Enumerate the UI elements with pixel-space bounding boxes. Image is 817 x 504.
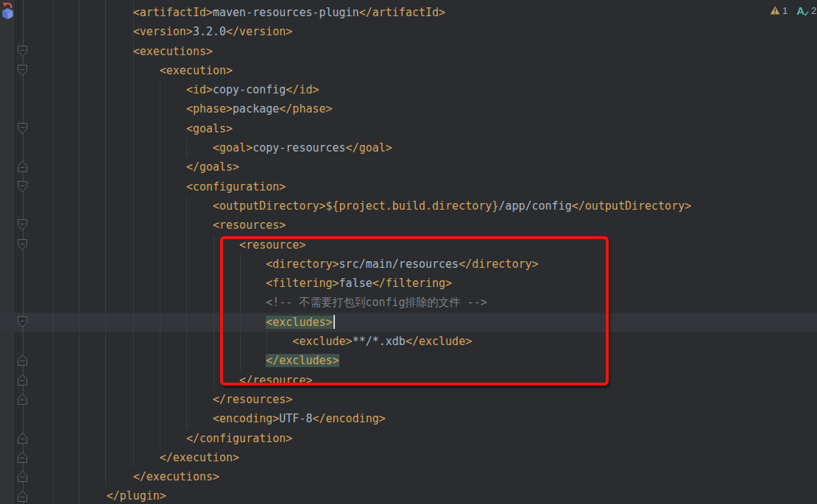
code-line[interactable]: <excludes> xyxy=(0,313,817,332)
xml-prop: ${project.build.directory} xyxy=(326,199,499,213)
code-line[interactable]: <goals> xyxy=(0,119,817,138)
xml-text: 3.2.0 xyxy=(193,25,226,38)
xml-tag: <executions> xyxy=(133,45,213,58)
xml-text: maven-resources-plugin xyxy=(213,6,359,19)
code-line[interactable]: <execution> xyxy=(0,61,817,80)
code-line[interactable]: <!-- 不需要打包到config排除的文件 --> xyxy=(0,293,817,312)
xml-text: false xyxy=(339,277,372,290)
xml-text: src/main/resources xyxy=(339,258,459,271)
code-line[interactable]: </execution> xyxy=(0,448,817,467)
code-line[interactable]: </configuration> xyxy=(0,429,817,448)
code-line[interactable]: <phase>package</phase> xyxy=(0,99,817,118)
xml-tag: </artifactId> xyxy=(359,6,445,19)
xml-tag: </execution> xyxy=(160,451,239,464)
code-line[interactable]: <resources> xyxy=(0,216,817,235)
code-line[interactable]: <version>3.2.0</version> xyxy=(0,22,817,41)
xml-tag: </filtering> xyxy=(372,277,452,290)
typo-a-check-icon: A✓ xyxy=(796,5,804,16)
code-line[interactable]: <resource> xyxy=(0,235,817,255)
xml-tag: </goal> xyxy=(346,141,392,155)
xml-tag: <version> xyxy=(133,25,193,38)
xml-tag: </phase> xyxy=(279,102,332,116)
xml-tag: <exclude> xyxy=(292,335,352,348)
inspections-widget: 1 A✓ 2 xyxy=(770,3,816,18)
xml-tag: </exclude> xyxy=(406,335,472,348)
xml-tag: <excludes> xyxy=(266,316,332,329)
xml-tag: </outputDirectory> xyxy=(572,199,692,213)
xml-tag: </plugin> xyxy=(107,489,166,503)
xml-text: package xyxy=(233,102,279,116)
xml-tag: <goal> xyxy=(213,141,252,155)
xml-comment: <!-- 不需要打包到config排除的文件 --> xyxy=(266,296,487,309)
typo-count: 2 xyxy=(811,5,816,16)
code-line[interactable]: </resource> xyxy=(0,371,817,390)
xml-tag: <encoding> xyxy=(213,412,279,425)
xml-tag: <resources> xyxy=(213,219,286,232)
xml-text: copy-resources xyxy=(252,141,345,155)
xml-text: UTF-8 xyxy=(279,412,312,425)
xml-tag: </directory> xyxy=(459,258,538,271)
code-line[interactable]: <encoding>UTF-8</encoding> xyxy=(0,409,817,428)
typo-inspection-item[interactable]: A✓ 2 xyxy=(790,5,816,16)
xml-tag: </goals> xyxy=(186,160,239,174)
xml-tag: </id> xyxy=(286,83,319,96)
xml-tag: </resource> xyxy=(239,374,312,387)
xml-tag: <filtering> xyxy=(266,277,339,290)
xml-text: copy-config xyxy=(213,83,286,96)
code-line[interactable]: <directory>src/main/resources</directory… xyxy=(0,255,817,274)
xml-tag: <goals> xyxy=(186,122,233,135)
xml-tag: <directory> xyxy=(266,258,339,271)
xml-tag: <outputDirectory> xyxy=(213,199,326,213)
code-line[interactable]: <filtering>false</filtering> xyxy=(0,274,817,293)
xml-tag: <artifactId> xyxy=(133,6,213,19)
xml-tag: <id> xyxy=(186,83,213,96)
xml-text: /app/config xyxy=(498,199,571,213)
text-caret xyxy=(333,315,335,329)
code-line[interactable]: </plugin> xyxy=(0,486,817,504)
code-line[interactable]: </resources> xyxy=(0,390,817,409)
code-line[interactable]: </goals> xyxy=(0,157,817,177)
xml-tag: <configuration> xyxy=(186,180,286,194)
code-line[interactable]: </excludes> xyxy=(0,351,817,370)
code-line[interactable]: <executions> xyxy=(0,42,817,61)
xml-tag: <resource> xyxy=(239,238,305,252)
warning-inspection-item[interactable]: 1 xyxy=(770,5,788,16)
code-line[interactable]: <id>copy-config</id> xyxy=(0,80,817,99)
xml-tag: <phase> xyxy=(186,102,233,116)
code-line[interactable]: <outputDirectory>${project.build.directo… xyxy=(0,196,817,216)
xml-tag: </excludes> xyxy=(266,354,339,367)
xml-tag: </encoding> xyxy=(312,412,385,425)
code-line[interactable]: <artifactId>maven-resources-plugin</arti… xyxy=(0,3,817,22)
xml-tag: </executions> xyxy=(133,470,219,483)
xml-tag: </resources> xyxy=(213,393,292,406)
warning-count: 1 xyxy=(782,5,788,16)
code-line[interactable]: <exclude>**/*.xdb</exclude> xyxy=(0,332,817,351)
code-line[interactable]: </executions> xyxy=(0,467,817,486)
xml-tag: </version> xyxy=(226,25,292,38)
code-editor[interactable]: <artifactId>maven-resources-plugin</arti… xyxy=(0,3,817,504)
code-line[interactable]: <configuration> xyxy=(0,177,817,196)
warning-triangle-icon xyxy=(770,6,780,15)
code-line[interactable]: <goal>copy-resources</goal> xyxy=(0,138,817,157)
xml-tag: </configuration> xyxy=(186,432,293,445)
xml-tag: <execution> xyxy=(160,64,233,77)
maven-reload-icon[interactable] xyxy=(1,1,15,24)
xml-text: **/*.xdb xyxy=(353,335,406,348)
